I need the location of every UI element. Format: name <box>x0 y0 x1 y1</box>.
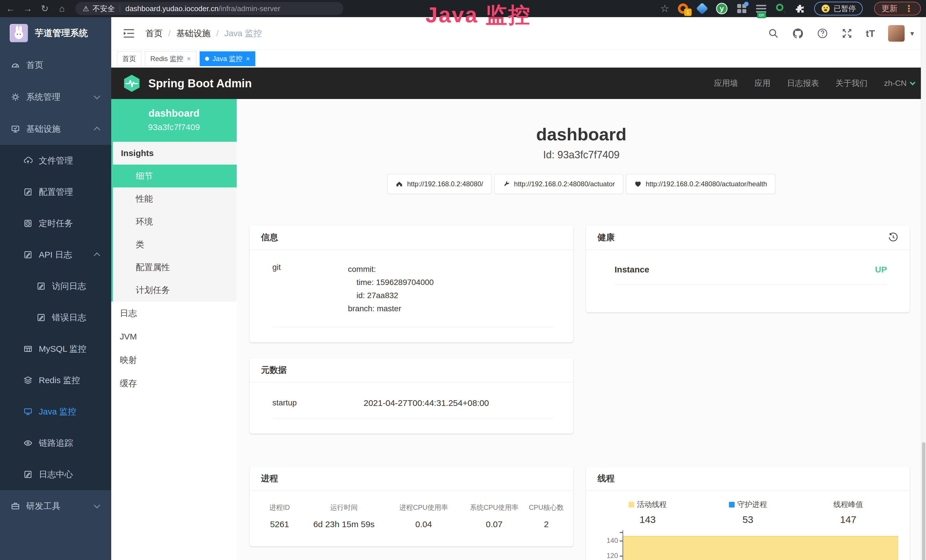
browser-update-button[interactable]: 更新 ⋮ <box>874 2 921 15</box>
chevron-down-icon <box>910 80 915 85</box>
git-branch-line: branch: master <box>348 302 434 315</box>
extension-y-icon[interactable]: y <box>716 3 728 14</box>
avatar-caret-icon[interactable]: ▾ <box>910 29 914 38</box>
extensions-puzzle-icon[interactable] <box>795 4 805 13</box>
user-avatar[interactable] <box>888 25 905 42</box>
address-bar[interactable]: ⚠ 不安全 dashboard.yudao.iocoder.cn/infra/a… <box>75 2 343 15</box>
tag-label: Java 监控 <box>212 54 242 64</box>
sidebar-item-redis-monitor[interactable]: Redis 监控 <box>0 365 111 396</box>
sidebar-item-infrastructure[interactable]: 基础设施 <box>0 113 111 145</box>
help-icon[interactable] <box>817 28 828 39</box>
menu-item-mappings[interactable]: 映射 <box>111 348 237 372</box>
sidebar-item-java-monitor[interactable]: Java 监控 <box>0 396 111 427</box>
browser-home-icon[interactable]: ⌂ <box>55 2 68 15</box>
sba-language-select[interactable]: zh-CN <box>884 79 915 88</box>
sidebar-item-config-management[interactable]: 配置管理 <box>0 176 111 208</box>
fullscreen-icon[interactable] <box>841 28 853 39</box>
sidebar-item-label: MySQL 监控 <box>39 343 86 355</box>
process-table-values: 5261 6d 23h 15m 59s 0.04 0.07 2 <box>258 519 565 529</box>
endpoint-home-link[interactable]: http://192.168.0.2:48080/ <box>387 174 492 194</box>
github-icon[interactable] <box>792 28 803 39</box>
sidebar-item-scheduled-tasks[interactable]: 定时任务 <box>0 208 111 239</box>
sidebar-item-file-management[interactable]: 文件管理 <box>0 145 111 176</box>
menu-item-caches[interactable]: 缓存 <box>111 372 237 395</box>
sidebar-item-home[interactable]: 首页 <box>0 49 111 81</box>
history-icon[interactable] <box>888 232 898 242</box>
bookmark-star-icon[interactable]: ☆ <box>660 3 669 15</box>
insights-section: Insights 细节 性能 环境 类 配置属性 计划任务 <box>111 142 237 301</box>
extension-convert-icon[interactable]: 1 <box>678 3 688 14</box>
sba-brand[interactable]: Spring Boot Admin <box>123 74 252 92</box>
app-logo-row[interactable]: 芋道管理系统 <box>0 17 111 49</box>
tag-home[interactable]: 首页 <box>117 51 141 66</box>
val-system-cpu: 0.07 <box>461 519 528 529</box>
sidebar-item-tracing[interactable]: 链路追踪 <box>0 427 111 459</box>
breadcrumb-infrastructure[interactable]: 基础设施 <box>176 28 210 39</box>
breadcrumb: 首页 / 基础设施 / Java 监控 <box>145 28 262 39</box>
extension-gem-icon[interactable] <box>698 4 707 13</box>
not-secure-label[interactable]: 不安全 <box>92 4 115 14</box>
endpoint-actuator-link[interactable]: http://192.168.0.2:48080/actuator <box>494 174 623 194</box>
sidebar-item-label: 链路追踪 <box>39 437 73 449</box>
header-search-icon[interactable] <box>768 28 779 39</box>
menu-item-config-props[interactable]: 配置属性 <box>113 256 237 279</box>
breadcrumb-home[interactable]: 首页 <box>145 28 163 39</box>
tag-close-icon[interactable]: × <box>246 55 250 63</box>
menu-item-jvm[interactable]: JVM <box>111 325 237 348</box>
col-process-cpu: 进程CPU使用率 <box>387 503 461 512</box>
sba-nav-about[interactable]: 关于我们 <box>835 78 867 89</box>
wrench-icon <box>502 180 510 188</box>
sidebar-item-dev-tools[interactable]: 研发工具 <box>0 490 111 522</box>
sba-brand-title: Spring Boot Admin <box>148 77 252 90</box>
instance-detail-pane: dashboard Id: 93a3fc7f7409 http://192.16… <box>237 99 926 560</box>
menu-item-classes[interactable]: 类 <box>113 233 237 256</box>
sba-nav-wallboard[interactable]: 应用墙 <box>714 78 738 89</box>
menu-item-logs[interactable]: 日志 <box>111 301 237 325</box>
menu-item-scheduled-tasks[interactable]: 计划任务 <box>113 279 237 301</box>
metadata-row-label: startup <box>272 398 364 408</box>
sidebar-item-access-log[interactable]: 访问日志 <box>0 271 111 302</box>
legend-value: 143 <box>598 514 698 525</box>
update-label: 更新 <box>882 3 897 14</box>
tag-java-monitor[interactable]: Java 监控 × <box>200 51 255 66</box>
info-git-row: git commit: time: 1596289704000 id: 27aa… <box>272 263 553 327</box>
sidebar-fold-icon[interactable] <box>123 29 135 38</box>
profile-paused-chip[interactable]: 已暂停 <box>814 2 863 15</box>
browser-back-icon[interactable]: ← <box>4 2 17 15</box>
legend-daemon-threads: 守护进程 53 <box>698 499 798 525</box>
tag-close-icon[interactable]: × <box>187 55 191 63</box>
threads-legend: 活动线程 143 守护进程 53 <box>598 499 898 525</box>
sba-nav-applications[interactable]: 应用 <box>755 78 770 89</box>
menu-item-metrics[interactable]: 性能 <box>113 188 237 210</box>
sba-logo-icon <box>123 74 141 92</box>
extension-magnifier-icon[interactable] <box>776 4 786 14</box>
browser-forward-icon[interactable]: → <box>21 2 34 15</box>
menu-item-environment[interactable]: 环境 <box>113 210 237 233</box>
git-time-line: time: 1596289704000 <box>348 276 434 289</box>
sba-nav-log-report[interactable]: 日志报表 <box>787 78 819 89</box>
sidebar-item-mysql-monitor[interactable]: MySQL 监控 <box>0 333 111 365</box>
endpoint-health-link[interactable]: http://192.168.0.2:48080/actuator/health <box>626 174 775 194</box>
sidebar-item-log-center[interactable]: 日志中心 <box>0 459 111 490</box>
browser-menu-dots-icon[interactable]: ⋮ <box>904 3 914 14</box>
extension-list-icon[interactable]: on <box>756 5 766 12</box>
legend-value: 53 <box>698 514 798 525</box>
font-size-icon[interactable]: tT <box>866 28 875 39</box>
scrollbar-thumb[interactable] <box>922 442 925 560</box>
sidebar-item-error-log[interactable]: 错误日志 <box>0 302 111 333</box>
info-card: 信息 git commit: time: 1596289704000 id: 2… <box>250 226 573 342</box>
sidebar-item-label: 错误日志 <box>52 312 86 324</box>
sidebar-item-api-log[interactable]: API 日志 <box>0 239 111 271</box>
menu-item-details[interactable]: 细节 <box>111 165 237 188</box>
endpoint-url: http://192.168.0.2:48080/actuator <box>514 180 615 188</box>
browser-reload-icon[interactable]: ↻ <box>38 2 51 15</box>
legend-live-threads: 活动线程 143 <box>598 499 698 525</box>
y-tick-140: 140 <box>607 537 618 545</box>
extension-grid-icon[interactable] <box>737 4 746 13</box>
page-scrollbar[interactable] <box>921 17 926 560</box>
sidebar-item-system[interactable]: 系统管理 <box>0 81 111 113</box>
sidebar-item-label: 首页 <box>26 59 43 71</box>
url-text[interactable]: dashboard.yudao.iocoder.cn/infra/admin-s… <box>125 4 280 13</box>
col-cpu-cores: CPU核心数 <box>528 503 565 512</box>
tag-redis-monitor[interactable]: Redis 监控 × <box>145 51 196 66</box>
